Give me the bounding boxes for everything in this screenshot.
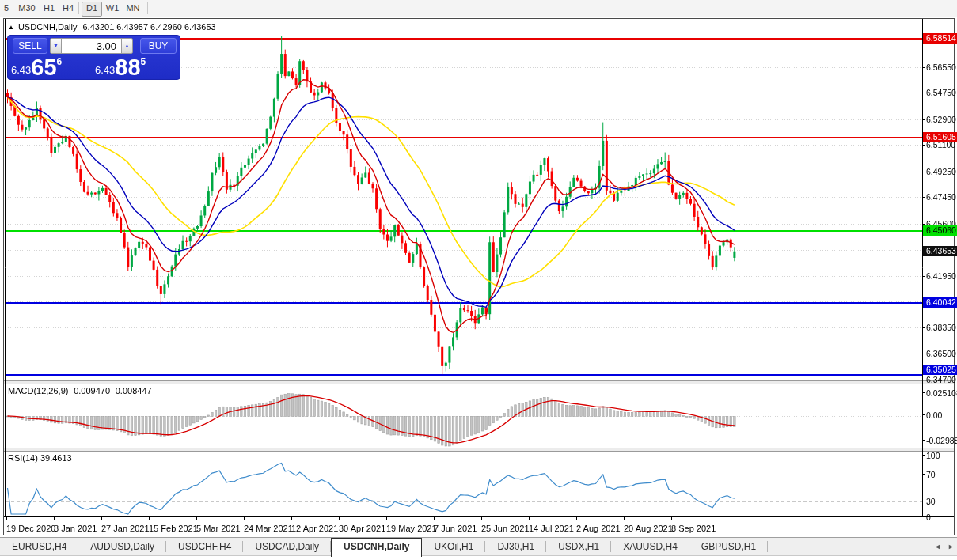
date-label: 7 Jun 2021 (434, 524, 477, 533)
chart-tab-usdcnh[interactable]: USDCNH,Daily (331, 538, 422, 557)
price-axis-label: 6.41950 (926, 271, 956, 281)
timeframe-toolbar: 5M30H1H4D1W1MN (0, 0, 957, 17)
toolbar-divider (147, 2, 148, 14)
date-label: 19 Dec 2020 (6, 524, 55, 533)
chart-tab-bar: ◄ ► EURUSD,H4AUDUSD,DailyUSDCHF,H4USDCAD… (0, 537, 957, 556)
macd-pane-title: MACD(12,26,9) -0.009470 -0.008447 (8, 386, 152, 395)
date-label: 30 Apr 2021 (339, 524, 385, 533)
price-axis-label: 6.52900 (926, 115, 956, 124)
timeframe-button-d1[interactable]: D1 (82, 2, 102, 17)
chart-symbol-period: USDCNH,Daily (18, 22, 78, 32)
chart-title: ▲USDCNH,Daily6.43201 6.43957 6.42960 6.4… (8, 22, 216, 32)
macd-axis-label: 0.025108 (926, 388, 957, 398)
date-label: 14 Jul 2021 (529, 524, 574, 533)
chart-tab-ukoil[interactable]: UKOil,H1 (422, 538, 485, 555)
price-divider (93, 55, 93, 78)
timeframe-button-m30[interactable]: M30 (16, 2, 38, 15)
buy-price[interactable]: 6.43885 (95, 55, 178, 79)
price-badge: 6.51605 (923, 132, 957, 142)
sell-price-main: 65 (31, 55, 56, 80)
price-axis-label: 6.38350 (926, 323, 956, 332)
timeframe-button-5[interactable]: 5 (2, 2, 11, 15)
macd-axis-label: 0.00 (926, 411, 942, 420)
chart-tab-audusd[interactable]: AUDUSD,Daily (78, 538, 166, 555)
buy-price-prefix: 6.43 (95, 64, 115, 76)
price-axis-label: 6.47450 (926, 192, 956, 202)
timeframe-button-w1[interactable]: W1 (103, 2, 122, 15)
chart-tab-usdcad[interactable]: USDCAD,Daily (243, 538, 331, 555)
chart-tab-xauusd[interactable]: XAUUSD,H4 (611, 538, 689, 555)
timeframe-button-h4[interactable]: H4 (60, 2, 76, 15)
price-badge: 6.40042 (923, 297, 957, 308)
tab-separator (767, 541, 768, 552)
price-axis-label: 6.54750 (926, 88, 956, 97)
timeframe-button-mn[interactable]: MN (123, 2, 142, 15)
volume-increase-button[interactable]: ▲ (121, 38, 133, 54)
macd-axis-label: -0.029881 (926, 436, 957, 445)
price-axis-label: 6.36500 (926, 349, 956, 358)
buy-price-main: 88 (115, 55, 140, 80)
price-axis-label: 6.34700 (926, 375, 956, 384)
mt4-terminal: 5M30H1H4D1W1MN ▲USDCNH,Daily6.43201 6.43… (0, 0, 957, 560)
sell-button[interactable]: SELL (13, 38, 47, 54)
rsi-axis-label: 100 (926, 451, 940, 460)
date-label: 12 Apr 2021 (291, 524, 338, 533)
date-label: 5 Mar 2021 (196, 524, 241, 533)
price-badge: 6.43653 (923, 246, 957, 256)
date-label: 8 Sep 2021 (671, 524, 716, 533)
chart-tab-usdx[interactable]: USDX,H1 (546, 538, 611, 555)
chart-window-frame (3, 18, 955, 535)
price-badge: 6.58514 (923, 33, 957, 44)
timeframe-button-h1[interactable]: H1 (41, 2, 57, 15)
date-label: 2 Aug 2021 (576, 524, 621, 533)
chart-tab-eurusd[interactable]: EURUSD,H4 (0, 538, 78, 555)
chart-tab-usdchf[interactable]: USDCHF,H4 (166, 538, 243, 555)
chart-tab-dj30[interactable]: DJ30,H1 (485, 538, 546, 555)
collapse-arrow-icon[interactable]: ▲ (8, 24, 14, 31)
sell-price-prefix: 6.43 (11, 64, 31, 76)
date-label: 24 Mar 2021 (244, 524, 293, 533)
volume-input[interactable]: 3.00 (61, 38, 122, 54)
rsi-axis-label: 30 (926, 497, 936, 506)
buy-price-pip: 5 (141, 56, 146, 67)
date-label: 15 Feb 2021 (149, 524, 198, 533)
date-label: 8 Jan 2021 (54, 524, 97, 533)
date-label: 27 Jan 2021 (101, 524, 150, 533)
date-label: 19 May 2021 (386, 524, 437, 533)
tab-scroll-right-icon[interactable]: ► (948, 543, 955, 551)
date-label: 25 Jun 2021 (481, 524, 530, 533)
rsi-axis-label: 0 (926, 513, 931, 522)
price-axis-label: 6.56550 (926, 62, 956, 72)
price-badge: 6.35025 (923, 365, 957, 375)
rsi-pane-title: RSI(14) 39.4613 (8, 453, 72, 463)
sell-price[interactable]: 6.43656 (11, 55, 92, 79)
tab-scroll-left-icon[interactable]: ◄ (934, 543, 941, 551)
sell-price-pip: 6 (57, 56, 63, 67)
one-click-trading-panel: SELL ▼ 3.00 ▲ BUY 6.43656 6.43885 (7, 35, 180, 80)
price-badge: 6.45060 (923, 225, 957, 236)
chart-tab-gbpusd[interactable]: GBPUSD,H1 (689, 538, 768, 555)
volume-decrease-button[interactable]: ▼ (50, 38, 62, 54)
date-label: 20 Aug 2021 (624, 524, 673, 533)
toolbar-divider (78, 2, 79, 14)
price-axis-label: 6.49250 (926, 167, 956, 176)
rsi-axis-label: 70 (926, 470, 936, 479)
chart-ohlc-values: 6.43201 6.43957 6.42960 6.43653 (82, 22, 215, 32)
buy-button[interactable]: BUY (140, 38, 177, 54)
